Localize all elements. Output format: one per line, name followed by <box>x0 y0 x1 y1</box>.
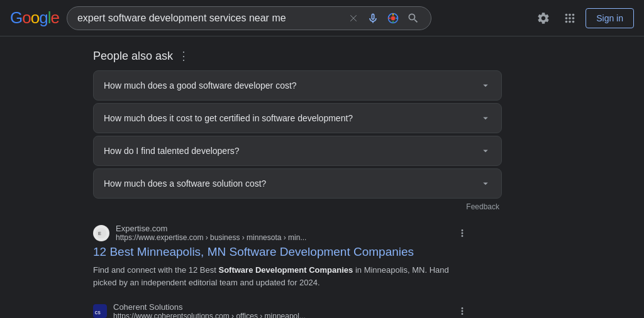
chevron-down-icon <box>480 178 491 189</box>
header-right: Sign in <box>533 8 634 29</box>
people-also-ask-section: People also ask ⋮ How much does a good s… <box>93 49 502 211</box>
source-url-2: https://www.coherentsolutions.com › offi… <box>113 312 448 318</box>
svg-text:E: E <box>98 231 101 236</box>
feedback-link[interactable]: Feedback <box>93 202 502 211</box>
voice-search-button[interactable] <box>365 11 380 26</box>
header: Google <box>0 0 644 36</box>
source-info-2: Coherent Solutions https://www.coherents… <box>113 302 448 318</box>
close-icon <box>348 13 359 24</box>
result-snippet-1: Find and connect with the 12 Best Softwa… <box>93 264 470 290</box>
result-menu-button-1[interactable] <box>454 225 470 241</box>
paa-question-2: How much does it cost to get certified i… <box>104 113 353 123</box>
svg-text:CS: CS <box>95 310 101 315</box>
source-name-2: Coherent Solutions <box>113 302 448 312</box>
favicon-2: CS <box>93 304 107 318</box>
paa-item[interactable]: How much does a software solution cost? <box>93 168 502 199</box>
more-vert-icon <box>457 305 468 317</box>
search-bar <box>67 6 431 30</box>
chevron-down-icon <box>480 112 491 124</box>
result-menu-button-2[interactable] <box>454 303 470 318</box>
more-options-icon[interactable]: ⋮ <box>178 49 189 63</box>
google-search-button[interactable] <box>406 11 421 26</box>
results-column: People also ask ⋮ How much does a good s… <box>93 49 502 318</box>
lens-icon <box>387 12 399 25</box>
chevron-down-icon <box>480 80 491 91</box>
more-vert-icon <box>457 228 468 239</box>
paa-item[interactable]: How do I find talented developers? <box>93 136 502 166</box>
mic-icon <box>367 12 379 25</box>
paa-item[interactable]: How much does a good software developer … <box>93 70 502 101</box>
search-result-2: CS Coherent Solutions https://www.cohere… <box>93 302 470 318</box>
google-logo: Google <box>10 8 59 28</box>
clear-search-button[interactable] <box>347 11 360 25</box>
apps-icon <box>563 11 577 25</box>
coherent-favicon: CS <box>93 304 107 318</box>
apps-button[interactable] <box>559 8 580 29</box>
favicon-1: E <box>93 225 109 241</box>
settings-button[interactable] <box>533 8 554 29</box>
paa-question-1: How much does a good software developer … <box>104 80 297 90</box>
chevron-down-icon <box>480 145 491 156</box>
paa-header: People also ask ⋮ <box>93 49 502 63</box>
search-input[interactable] <box>77 13 341 24</box>
settings-icon <box>536 11 550 25</box>
paa-question-4: How much does a software solution cost? <box>104 178 266 189</box>
paa-item[interactable]: How much does it cost to get certified i… <box>93 103 502 133</box>
sign-in-button[interactable]: Sign in <box>586 8 634 28</box>
source-info-1: Expertise.com https://www.expertise.com … <box>116 224 448 242</box>
search-icon <box>407 12 419 25</box>
source-name-1: Expertise.com <box>116 224 448 233</box>
source-url-1: https://www.expertise.com › business › m… <box>116 233 448 242</box>
lens-search-button[interactable] <box>386 11 401 26</box>
svg-point-1 <box>391 16 396 20</box>
expertise-favicon: E <box>95 227 108 239</box>
search-result-1: E Expertise.com https://www.expertise.co… <box>93 224 470 290</box>
result-source-2: CS Coherent Solutions https://www.cohere… <box>93 302 470 318</box>
result-title-1[interactable]: 12 Best Minneapolis, MN Software Develop… <box>93 244 470 260</box>
result-source-1: E Expertise.com https://www.expertise.co… <box>93 224 470 242</box>
main-content: People also ask ⋮ How much does a good s… <box>0 36 644 318</box>
paa-question-3: How do I find talented developers? <box>104 146 240 156</box>
paa-title: People also ask <box>93 50 173 63</box>
